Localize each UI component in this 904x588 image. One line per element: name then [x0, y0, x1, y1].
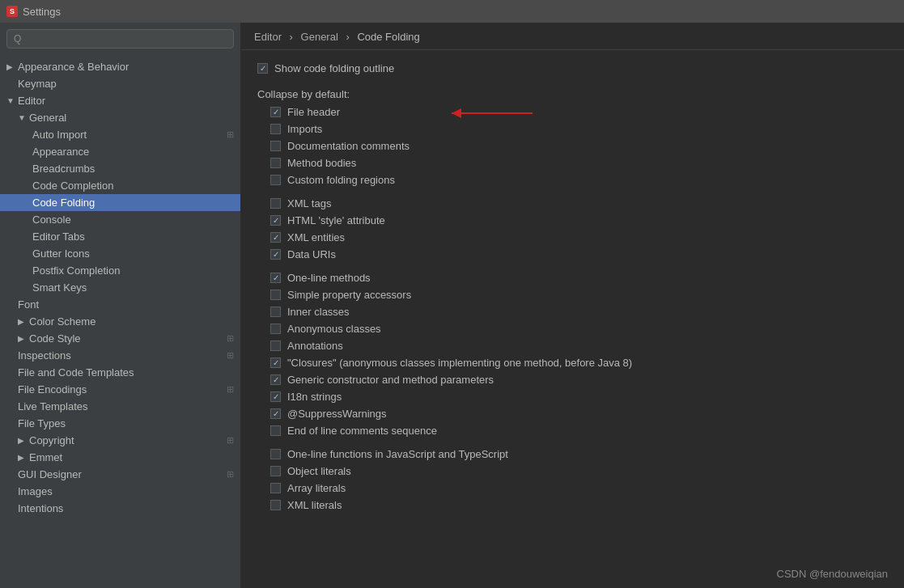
option-file-header[interactable]: File header — [257, 104, 888, 121]
option-simple-property[interactable]: Simple property accessors — [257, 286, 888, 303]
sidebar-item-editor-tabs[interactable]: Editor Tabs — [0, 228, 240, 245]
checkbox-xml-literals[interactable] — [270, 500, 281, 510]
checkbox-show-code-folding[interactable] — [257, 63, 268, 74]
sidebar-item-code-completion[interactable]: Code Completion — [0, 177, 240, 194]
checkbox-method-bodies[interactable] — [270, 158, 281, 168]
option-array-literals[interactable]: Array literals — [257, 480, 888, 497]
option-label: One-line functions in JavaScript and Typ… — [287, 448, 508, 460]
search-box[interactable]: Q — [6, 29, 234, 49]
sidebar-item-console[interactable]: Console — [0, 211, 240, 228]
checkbox-generic-constructor[interactable] — [270, 374, 281, 385]
option-closures[interactable]: "Closures" (anonymous classes implementi… — [257, 354, 888, 371]
settings-icon: ⊞ — [227, 384, 234, 395]
checkbox-end-of-line[interactable] — [270, 425, 281, 436]
sidebar-item-file-types[interactable]: File Types — [0, 415, 240, 432]
search-icon: Q — [14, 33, 21, 44]
title-bar: S Settings — [0, 0, 904, 23]
sidebar-item-copyright[interactable]: ▶ Copyright ⊞ — [0, 432, 240, 449]
option-method-bodies[interactable]: Method bodies — [257, 154, 888, 171]
sidebar-item-file-code-templates[interactable]: File and Code Templates — [0, 364, 240, 381]
checkbox-html-style[interactable] — [270, 215, 281, 226]
checkbox-object-literals[interactable] — [270, 466, 281, 476]
sidebar-item-gutter-icons[interactable]: Gutter Icons — [0, 245, 240, 262]
settings-icon: ⊞ — [227, 350, 234, 361]
option-data-uris[interactable]: Data URIs — [257, 246, 888, 263]
checkbox-inner-classes[interactable] — [270, 307, 281, 317]
sidebar-item-font[interactable]: Font — [0, 296, 240, 313]
option-annotations[interactable]: Annotations — [257, 337, 888, 354]
sidebar-item-keymap[interactable]: Keymap — [0, 75, 240, 92]
checkbox-xml-entities[interactable] — [270, 232, 281, 243]
sidebar-item-code-style[interactable]: ▶ Code Style ⊞ — [0, 330, 240, 347]
sidebar-item-gui-designer[interactable]: GUI Designer ⊞ — [0, 466, 240, 483]
checkbox-anonymous-classes[interactable] — [270, 324, 281, 334]
option-label: I18n strings — [287, 391, 342, 403]
checkbox-closures[interactable] — [270, 357, 281, 368]
checkbox-one-line-methods[interactable] — [270, 273, 281, 283]
option-doc-comments[interactable]: Documentation comments — [257, 137, 888, 154]
option-one-line-methods[interactable]: One-line methods — [257, 269, 888, 286]
option-label: Annotations — [287, 340, 343, 352]
sidebar-item-images[interactable]: Images — [0, 483, 240, 500]
option-label: XML literals — [287, 499, 342, 511]
search-input[interactable] — [26, 33, 227, 44]
checkbox-annotations[interactable] — [270, 341, 281, 351]
checkbox-imports[interactable] — [270, 124, 281, 134]
sidebar-item-auto-import[interactable]: Auto Import ⊞ — [0, 126, 240, 143]
sidebar-item-live-templates[interactable]: Live Templates — [0, 398, 240, 415]
sidebar-item-appearance-behavior[interactable]: ▶ Appearance & Behavior — [0, 58, 240, 75]
checkbox-simple-property[interactable] — [270, 290, 281, 300]
option-suppress-warnings[interactable]: @SuppressWarnings — [257, 405, 888, 422]
option-label: Imports — [287, 123, 322, 135]
option-html-style[interactable]: HTML 'style' attribute — [257, 212, 888, 229]
sidebar-item-editor[interactable]: ▼ Editor — [0, 92, 240, 109]
option-show-code-folding[interactable]: Show code folding outline — [257, 60, 888, 77]
sidebar-item-general[interactable]: ▼ General — [0, 109, 240, 126]
sidebar-item-intentions[interactable]: Intentions — [0, 500, 240, 517]
content-body: Show code folding outline Collapse by de… — [241, 50, 904, 588]
option-end-of-line[interactable]: End of line comments sequence — [257, 422, 888, 439]
option-imports[interactable]: Imports — [257, 121, 888, 137]
option-xml-entities[interactable]: XML entities — [257, 229, 888, 246]
checkbox-i18n[interactable] — [270, 391, 281, 402]
sidebar-item-color-scheme[interactable]: ▶ Color Scheme — [0, 313, 240, 330]
sidebar-item-code-folding[interactable]: Code Folding — [0, 194, 240, 211]
option-xml-literals[interactable]: XML literals — [257, 497, 888, 514]
option-label: One-line methods — [287, 272, 371, 284]
sidebar-item-emmet[interactable]: ▶ Emmet — [0, 449, 240, 466]
breadcrumb: Editor › General › Code Folding — [241, 23, 904, 50]
option-custom-folding[interactable]: Custom folding regions — [257, 171, 888, 188]
checkbox-suppress-warnings[interactable] — [270, 408, 281, 419]
checkbox-array-literals[interactable] — [270, 483, 281, 493]
settings-icon: ⊞ — [227, 435, 234, 446]
option-xml-tags[interactable]: XML tags — [257, 195, 888, 212]
checkbox-file-header[interactable] — [270, 107, 281, 117]
collapse-section-label: Collapse by default: — [257, 88, 888, 100]
option-object-literals[interactable]: Object literals — [257, 463, 888, 480]
option-label: HTML 'style' attribute — [287, 214, 385, 226]
checkbox-xml-tags[interactable] — [270, 198, 281, 209]
option-anonymous-classes[interactable]: Anonymous classes — [257, 320, 888, 337]
sidebar-item-breadcrumbs[interactable]: Breadcrumbs — [0, 160, 240, 177]
watermark: CSDN @fendouweiqian — [777, 568, 889, 580]
option-inner-classes[interactable]: Inner classes — [257, 303, 888, 320]
settings-icon: ⊞ — [227, 129, 234, 140]
option-generic-constructor[interactable]: Generic constructor and method parameter… — [257, 371, 888, 388]
sidebar-item-file-encodings[interactable]: File Encodings ⊞ — [0, 381, 240, 398]
option-one-line-js[interactable]: One-line functions in JavaScript and Typ… — [257, 446, 888, 463]
sidebar-item-inspections[interactable]: Inspections ⊞ — [0, 347, 240, 364]
option-label: XML entities — [287, 231, 345, 243]
sidebar-item-smart-keys[interactable]: Smart Keys — [0, 279, 240, 296]
settings-icon: ⊞ — [227, 333, 234, 344]
checkbox-data-uris[interactable] — [270, 249, 281, 260]
option-i18n[interactable]: I18n strings — [257, 388, 888, 405]
option-label: Data URIs — [287, 248, 336, 260]
option-label: XML tags — [287, 197, 331, 209]
checkbox-custom-folding[interactable] — [270, 175, 281, 185]
option-label: Anonymous classes — [287, 323, 381, 335]
expand-icon: ▼ — [18, 113, 29, 122]
sidebar-item-appearance[interactable]: Appearance — [0, 143, 240, 160]
checkbox-one-line-js[interactable] — [270, 449, 281, 459]
checkbox-doc-comments[interactable] — [270, 141, 281, 151]
sidebar-item-postfix-completion[interactable]: Postfix Completion — [0, 262, 240, 279]
